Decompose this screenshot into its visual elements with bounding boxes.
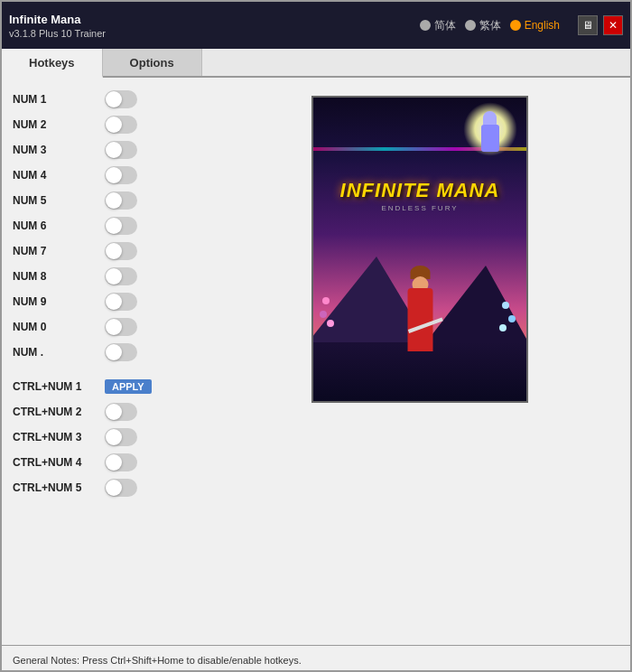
toggle-num8[interactable]	[105, 267, 137, 285]
right-panel: INFINITE MANA ENDLESS FURY	[209, 78, 630, 645]
toggle-ctrl-num3[interactable]	[105, 428, 137, 446]
cover-flowers-right	[495, 297, 522, 351]
hotkey-num8: NUM 8	[2, 264, 209, 289]
hotkey-num1: NUM 1	[2, 87, 209, 112]
toggle-num1[interactable]	[105, 90, 137, 108]
hotkey-num9: NUM 9	[2, 289, 209, 314]
hotkey-num0: NUM 0	[2, 314, 209, 340]
hotkey-num3-label: NUM 3	[13, 144, 94, 156]
toggle-numdot[interactable]	[105, 343, 137, 361]
hotkey-num2: NUM 2	[2, 112, 209, 137]
hotkey-num6-label: NUM 6	[13, 219, 94, 232]
title-info: Infinite Mana v3.1.8 Plus 10 Trainer	[9, 13, 106, 39]
tab-bar: Hotkeys Options	[2, 49, 630, 78]
lang-english[interactable]: English	[510, 19, 560, 32]
hotkey-numdot-label: NUM .	[13, 346, 94, 359]
figure-body	[407, 288, 432, 351]
hotkey-num7: NUM 7	[2, 238, 209, 264]
hotkey-num1-label: NUM 1	[13, 93, 94, 106]
hotkey-num5-label: NUM 5	[13, 194, 94, 207]
hotkey-ctrl-num1: CTRL+NUM 1 APPLY	[2, 374, 209, 399]
close-button[interactable]: ✕	[603, 15, 623, 35]
cover-title: INFINITE MANA	[313, 179, 526, 202]
tab-options[interactable]: Options	[103, 49, 202, 76]
app-subtitle: v3.1.8 Plus 10 Trainer	[9, 28, 106, 39]
hotkey-ctrl-num2: CTRL+NUM 2	[2, 399, 209, 425]
cover-subtitle: ENDLESS FURY	[313, 204, 526, 212]
hotkey-num3: NUM 3	[2, 137, 209, 163]
hotkey-num2-label: NUM 2	[13, 118, 94, 131]
lang-traditional[interactable]: 繁体	[465, 18, 501, 33]
radio-simplified	[420, 20, 431, 31]
tab-hotkeys[interactable]: Hotkeys	[2, 49, 103, 78]
radio-english	[510, 20, 521, 31]
game-cover-art: INFINITE MANA ENDLESS FURY	[313, 98, 526, 401]
language-controls: 简体 繁体 English 🖥 ✕	[420, 15, 623, 35]
toggle-num2[interactable]	[105, 116, 137, 134]
warrior-head	[483, 111, 497, 125]
cover-top-warrior	[472, 111, 508, 156]
toggle-num9[interactable]	[105, 293, 137, 311]
hotkey-num7-label: NUM 7	[13, 245, 94, 257]
toggle-num6[interactable]	[105, 217, 137, 235]
lang-english-label: English	[525, 19, 560, 32]
app-title: Infinite Mana	[9, 13, 106, 26]
hotkey-num0-label: NUM 0	[13, 321, 94, 333]
toggle-ctrl-num2[interactable]	[105, 403, 137, 421]
toggle-num4[interactable]	[105, 166, 137, 184]
lang-simplified[interactable]: 简体	[420, 18, 456, 33]
toggle-num3[interactable]	[105, 141, 137, 159]
apply-button[interactable]: APPLY	[105, 379, 152, 394]
hotkey-ctrl-num5: CTRL+NUM 5	[2, 475, 209, 500]
hotkey-numdot: NUM .	[2, 340, 209, 365]
cover-figure	[395, 261, 445, 351]
toggle-num0[interactable]	[105, 318, 137, 336]
hotkey-num6: NUM 6	[2, 213, 209, 238]
hotkey-ctrl-num3-label: CTRL+NUM 3	[13, 431, 94, 443]
toggle-num5[interactable]	[105, 191, 137, 210]
cover-flowers-left	[318, 297, 345, 351]
window-controls: 🖥 ✕	[578, 15, 623, 35]
warrior-body	[481, 125, 499, 152]
game-cover: INFINITE MANA ENDLESS FURY	[311, 96, 528, 403]
hotkey-ctrl-num4-label: CTRL+NUM 4	[13, 456, 94, 469]
lang-traditional-label: 繁体	[479, 18, 501, 33]
radio-traditional	[465, 20, 476, 31]
minimize-button[interactable]: 🖥	[578, 15, 598, 35]
hotkey-spacer	[2, 365, 209, 374]
hotkey-ctrl-num3: CTRL+NUM 3	[2, 425, 209, 450]
toggle-ctrl-num5[interactable]	[105, 479, 137, 497]
title-bar: Infinite Mana v3.1.8 Plus 10 Trainer 简体 …	[2, 2, 630, 49]
hotkey-ctrl-num5-label: CTRL+NUM 5	[13, 481, 94, 494]
hotkey-num4: NUM 4	[2, 163, 209, 188]
main-content: NUM 1 NUM 2 NUM 3 NUM 4 NUM 5 NUM 6 NUM …	[2, 78, 630, 645]
toggle-ctrl-num4[interactable]	[105, 453, 137, 471]
lang-simplified-label: 简体	[434, 18, 456, 33]
hotkey-num8-label: NUM 8	[13, 270, 94, 283]
hotkeys-panel: NUM 1 NUM 2 NUM 3 NUM 4 NUM 5 NUM 6 NUM …	[2, 78, 209, 645]
hotkey-ctrl-num2-label: CTRL+NUM 2	[13, 406, 94, 418]
footer-text: General Notes: Press Ctrl+Shift+Home to …	[13, 655, 302, 666]
hotkey-num4-label: NUM 4	[13, 169, 94, 182]
hotkey-ctrl-num4: CTRL+NUM 4	[2, 450, 209, 475]
footer: General Notes: Press Ctrl+Shift+Home to …	[2, 645, 630, 672]
hotkey-ctrl-num1-label: CTRL+NUM 1	[13, 380, 94, 393]
hotkey-num5: NUM 5	[2, 188, 209, 213]
hotkey-num9-label: NUM 9	[13, 295, 94, 308]
toggle-num7[interactable]	[105, 242, 137, 260]
